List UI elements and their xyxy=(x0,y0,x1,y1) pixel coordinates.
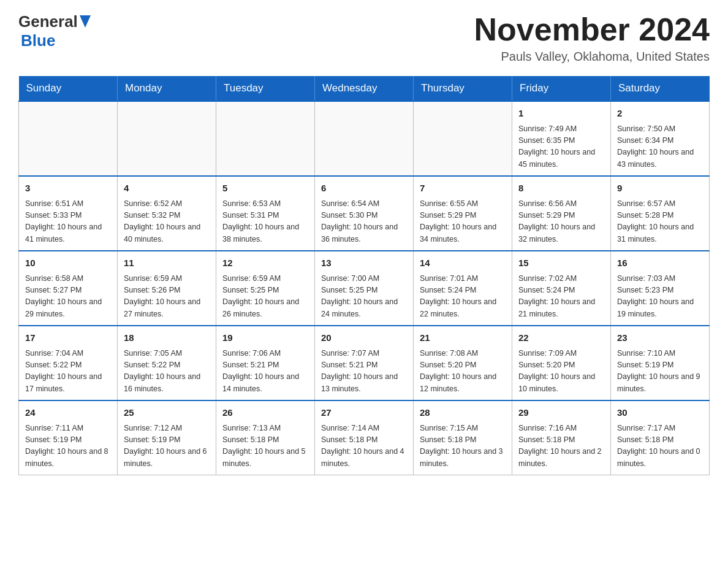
day-info: Sunrise: 7:10 AM Sunset: 5:19 PM Dayligh… xyxy=(617,348,703,396)
weekday-header-wednesday: Wednesday xyxy=(315,76,414,101)
day-info: Sunrise: 7:03 AM Sunset: 5:23 PM Dayligh… xyxy=(617,273,703,321)
day-info: Sunrise: 7:17 AM Sunset: 5:18 PM Dayligh… xyxy=(617,423,703,470)
weekday-header-friday: Friday xyxy=(512,76,611,101)
calendar-cell: 22Sunrise: 7:09 AM Sunset: 5:20 PM Dayli… xyxy=(512,326,611,400)
calendar-week-row: 24Sunrise: 7:11 AM Sunset: 5:19 PM Dayli… xyxy=(19,400,710,475)
svg-marker-0 xyxy=(80,15,91,28)
weekday-header-monday: Monday xyxy=(118,76,216,101)
calendar-cell: 2Sunrise: 7:50 AM Sunset: 6:34 PM Daylig… xyxy=(611,101,710,176)
logo-general-text: General xyxy=(18,12,78,31)
day-info: Sunrise: 7:09 AM Sunset: 5:20 PM Dayligh… xyxy=(518,348,604,396)
calendar-cell: 3Sunrise: 6:51 AM Sunset: 5:33 PM Daylig… xyxy=(19,176,118,251)
day-info: Sunrise: 6:59 AM Sunset: 5:25 PM Dayligh… xyxy=(222,273,308,321)
calendar-cell: 1Sunrise: 7:49 AM Sunset: 6:35 PM Daylig… xyxy=(512,101,611,176)
calendar-cell: 17Sunrise: 7:04 AM Sunset: 5:22 PM Dayli… xyxy=(19,326,118,400)
weekday-header-thursday: Thursday xyxy=(414,76,512,101)
day-number: 8 xyxy=(518,182,604,196)
calendar-cell: 19Sunrise: 7:06 AM Sunset: 5:21 PM Dayli… xyxy=(216,326,315,400)
calendar-cell xyxy=(19,101,118,176)
title-section: November 2024 Pauls Valley, Oklahoma, Un… xyxy=(474,12,710,64)
day-number: 1 xyxy=(518,107,604,121)
day-number: 2 xyxy=(617,107,703,121)
day-number: 23 xyxy=(617,331,703,345)
day-number: 4 xyxy=(124,182,210,196)
day-number: 10 xyxy=(25,256,111,270)
calendar-cell: 24Sunrise: 7:11 AM Sunset: 5:19 PM Dayli… xyxy=(19,400,118,475)
calendar-week-row: 10Sunrise: 6:58 AM Sunset: 5:27 PM Dayli… xyxy=(19,251,710,326)
day-info: Sunrise: 6:51 AM Sunset: 5:33 PM Dayligh… xyxy=(25,198,111,246)
calendar-cell: 26Sunrise: 7:13 AM Sunset: 5:18 PM Dayli… xyxy=(216,400,315,475)
day-number: 22 xyxy=(518,331,604,345)
day-number: 6 xyxy=(321,182,407,196)
calendar-cell: 12Sunrise: 6:59 AM Sunset: 5:25 PM Dayli… xyxy=(216,251,315,326)
calendar-cell: 27Sunrise: 7:14 AM Sunset: 5:18 PM Dayli… xyxy=(315,400,414,475)
day-info: Sunrise: 6:55 AM Sunset: 5:29 PM Dayligh… xyxy=(420,198,506,246)
calendar-cell: 23Sunrise: 7:10 AM Sunset: 5:19 PM Dayli… xyxy=(611,326,710,400)
day-info: Sunrise: 6:57 AM Sunset: 5:28 PM Dayligh… xyxy=(617,198,703,246)
calendar-cell: 6Sunrise: 6:54 AM Sunset: 5:30 PM Daylig… xyxy=(315,176,414,251)
calendar-cell: 20Sunrise: 7:07 AM Sunset: 5:21 PM Dayli… xyxy=(315,326,414,400)
calendar-week-row: 1Sunrise: 7:49 AM Sunset: 6:35 PM Daylig… xyxy=(19,101,710,176)
day-number: 17 xyxy=(25,331,111,345)
day-info: Sunrise: 7:02 AM Sunset: 5:24 PM Dayligh… xyxy=(518,273,604,321)
day-number: 28 xyxy=(420,406,506,420)
day-info: Sunrise: 6:56 AM Sunset: 5:29 PM Dayligh… xyxy=(518,198,604,246)
calendar-cell: 30Sunrise: 7:17 AM Sunset: 5:18 PM Dayli… xyxy=(611,400,710,475)
day-number: 12 xyxy=(222,256,308,270)
page-header: General Blue November 2024 Pauls Valley,… xyxy=(18,12,710,64)
month-title: November 2024 xyxy=(474,12,710,47)
logo-top: General xyxy=(18,12,91,31)
day-info: Sunrise: 7:04 AM Sunset: 5:22 PM Dayligh… xyxy=(25,348,111,396)
calendar-cell: 18Sunrise: 7:05 AM Sunset: 5:22 PM Dayli… xyxy=(118,326,216,400)
calendar-table: SundayMondayTuesdayWednesdayThursdayFrid… xyxy=(18,76,710,475)
calendar-cell: 4Sunrise: 6:52 AM Sunset: 5:32 PM Daylig… xyxy=(118,176,216,251)
day-number: 13 xyxy=(321,256,407,270)
calendar-header-row: SundayMondayTuesdayWednesdayThursdayFrid… xyxy=(19,76,710,101)
calendar-cell: 29Sunrise: 7:16 AM Sunset: 5:18 PM Dayli… xyxy=(512,400,611,475)
day-info: Sunrise: 7:13 AM Sunset: 5:18 PM Dayligh… xyxy=(222,423,308,470)
calendar-cell: 25Sunrise: 7:12 AM Sunset: 5:19 PM Dayli… xyxy=(118,400,216,475)
calendar-cell: 14Sunrise: 7:01 AM Sunset: 5:24 PM Dayli… xyxy=(414,251,512,326)
calendar-week-row: 3Sunrise: 6:51 AM Sunset: 5:33 PM Daylig… xyxy=(19,176,710,251)
day-info: Sunrise: 6:53 AM Sunset: 5:31 PM Dayligh… xyxy=(222,198,308,246)
day-info: Sunrise: 7:07 AM Sunset: 5:21 PM Dayligh… xyxy=(321,348,407,396)
logo: General Blue xyxy=(18,12,91,50)
day-info: Sunrise: 7:00 AM Sunset: 5:25 PM Dayligh… xyxy=(321,273,407,321)
calendar-cell xyxy=(118,101,216,176)
weekday-header-saturday: Saturday xyxy=(611,76,710,101)
day-number: 15 xyxy=(518,256,604,270)
calendar-cell xyxy=(315,101,414,176)
day-info: Sunrise: 7:12 AM Sunset: 5:19 PM Dayligh… xyxy=(124,423,210,470)
calendar-cell: 28Sunrise: 7:15 AM Sunset: 5:18 PM Dayli… xyxy=(414,400,512,475)
calendar-cell: 8Sunrise: 6:56 AM Sunset: 5:29 PM Daylig… xyxy=(512,176,611,251)
day-info: Sunrise: 6:58 AM Sunset: 5:27 PM Dayligh… xyxy=(25,273,111,321)
day-info: Sunrise: 7:16 AM Sunset: 5:18 PM Dayligh… xyxy=(518,423,604,470)
day-number: 3 xyxy=(25,182,111,196)
day-info: Sunrise: 7:05 AM Sunset: 5:22 PM Dayligh… xyxy=(124,348,210,396)
day-number: 11 xyxy=(124,256,210,270)
day-info: Sunrise: 7:11 AM Sunset: 5:19 PM Dayligh… xyxy=(25,423,111,470)
logo-triangle-icon xyxy=(80,15,91,30)
calendar-cell xyxy=(414,101,512,176)
calendar-cell: 9Sunrise: 6:57 AM Sunset: 5:28 PM Daylig… xyxy=(611,176,710,251)
day-info: Sunrise: 7:50 AM Sunset: 6:34 PM Dayligh… xyxy=(617,123,703,171)
calendar-cell: 21Sunrise: 7:08 AM Sunset: 5:20 PM Dayli… xyxy=(414,326,512,400)
day-number: 25 xyxy=(124,406,210,420)
weekday-header-sunday: Sunday xyxy=(19,76,118,101)
day-number: 27 xyxy=(321,406,407,420)
day-number: 5 xyxy=(222,182,308,196)
calendar-cell: 7Sunrise: 6:55 AM Sunset: 5:29 PM Daylig… xyxy=(414,176,512,251)
day-number: 29 xyxy=(518,406,604,420)
calendar-cell: 13Sunrise: 7:00 AM Sunset: 5:25 PM Dayli… xyxy=(315,251,414,326)
calendar-week-row: 17Sunrise: 7:04 AM Sunset: 5:22 PM Dayli… xyxy=(19,326,710,400)
calendar-cell: 11Sunrise: 6:59 AM Sunset: 5:26 PM Dayli… xyxy=(118,251,216,326)
day-number: 18 xyxy=(124,331,210,345)
day-info: Sunrise: 6:59 AM Sunset: 5:26 PM Dayligh… xyxy=(124,273,210,321)
calendar-cell: 5Sunrise: 6:53 AM Sunset: 5:31 PM Daylig… xyxy=(216,176,315,251)
logo-bottom: Blue xyxy=(18,31,55,50)
day-info: Sunrise: 7:08 AM Sunset: 5:20 PM Dayligh… xyxy=(420,348,506,396)
location-text: Pauls Valley, Oklahoma, United States xyxy=(474,50,710,64)
calendar-cell: 15Sunrise: 7:02 AM Sunset: 5:24 PM Dayli… xyxy=(512,251,611,326)
day-info: Sunrise: 7:49 AM Sunset: 6:35 PM Dayligh… xyxy=(518,123,604,171)
day-info: Sunrise: 7:01 AM Sunset: 5:24 PM Dayligh… xyxy=(420,273,506,321)
